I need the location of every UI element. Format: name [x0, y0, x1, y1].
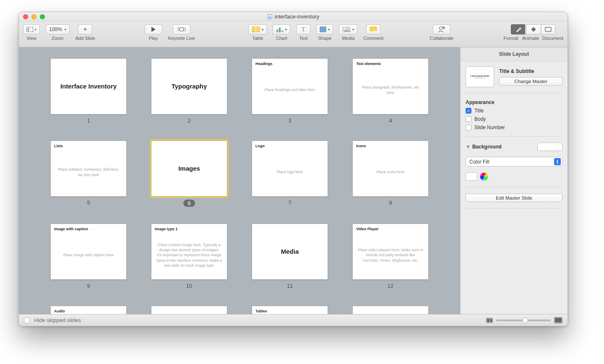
play-button[interactable]: [145, 24, 162, 34]
slide-number: 3: [288, 117, 291, 124]
slide-thumb[interactable]: Interface Inventory: [50, 58, 127, 114]
slide-number: 10: [186, 283, 192, 289]
keynote-live-button[interactable]: [173, 24, 190, 34]
inspector-panel: Slide Layout Lorem Ipsum Dolor sit amet …: [460, 47, 568, 314]
hide-skipped-label: Hide skipped slides: [34, 317, 81, 323]
title-checkbox[interactable]: ✓: [466, 108, 471, 114]
chart-button[interactable]: ▾: [273, 24, 290, 34]
chart-icon: [276, 26, 284, 32]
animate-tab[interactable]: [526, 24, 540, 34]
disclosure-icon[interactable]: ▼: [466, 144, 471, 150]
diamond-icon: [531, 26, 536, 32]
format-tab[interactable]: [511, 24, 525, 34]
slide-thumb[interactable]: Text elementsPlace paragraph, blockquote…: [352, 58, 429, 114]
zoom-large-icon[interactable]: [554, 317, 562, 323]
slide-thumb[interactable]: LogoPlace logo here: [252, 140, 328, 197]
fill-type-select[interactable]: Color Fill ▲▼: [466, 157, 562, 166]
svg-rect-12: [320, 26, 326, 32]
hide-skipped-checkbox[interactable]: [24, 317, 30, 323]
collaborate-icon: +: [438, 26, 445, 33]
slide-number: 8: [389, 200, 392, 206]
master-name: Title & Subtitle: [499, 68, 562, 74]
light-table-icon: [26, 27, 33, 32]
comment-icon: [370, 26, 377, 32]
brush-icon: [515, 26, 521, 32]
svg-rect-11: [281, 30, 283, 32]
slide-thumb[interactable]: Audio: [50, 306, 127, 314]
comment-button[interactable]: [366, 24, 380, 34]
master-preview[interactable]: Lorem Ipsum Dolor sit amet consectetur: [466, 66, 494, 87]
svg-rect-9: [276, 29, 278, 32]
svg-rect-10: [279, 28, 281, 32]
slide-number-checkbox[interactable]: [466, 125, 471, 130]
slide-grid-area[interactable]: Interface Inventory1Typography2HeadingsP…: [19, 47, 460, 314]
app-window: interface-inventory ▾ View 100%▾ Zoom + …: [18, 12, 568, 326]
media-button[interactable]: ▾: [339, 24, 357, 34]
inspector-title: Slide Layout: [461, 47, 568, 61]
background-swatch[interactable]: [537, 143, 562, 151]
slide-thumb[interactable]: Image type 1Place content image here. Ty…: [151, 224, 227, 280]
collaborate-button[interactable]: +: [433, 24, 450, 34]
zoom-small-icon[interactable]: [486, 318, 493, 323]
slide-number: 12: [388, 283, 393, 289]
media-icon: [342, 26, 351, 32]
slide-number: 5: [87, 200, 90, 206]
svg-point-17: [439, 27, 442, 30]
slide-number: 7: [288, 200, 291, 206]
slide-thumb[interactable]: Image with captionPlace image with capti…: [50, 224, 127, 280]
doc-icon: [267, 14, 272, 19]
color-wheel-button[interactable]: [480, 172, 488, 181]
slide-thumb[interactable]: Typography: [151, 58, 227, 114]
svg-rect-20: [519, 27, 521, 30]
document-tab[interactable]: [541, 24, 555, 34]
select-arrows-icon: ▲▼: [554, 158, 561, 165]
slide-thumb[interactable]: Tables: [252, 306, 328, 314]
svg-text:+: +: [443, 26, 444, 29]
svg-marker-3: [151, 27, 156, 32]
footer-bar: Hide skipped slides: [19, 314, 568, 326]
slide-number: 1: [87, 117, 90, 124]
play-icon: [151, 27, 156, 32]
add-slide-button[interactable]: +: [78, 24, 92, 34]
titlebar: interface-inventory: [19, 12, 568, 21]
svg-marker-16: [371, 31, 373, 32]
slide-thumb[interactable]: IconsPlace icons here: [352, 140, 429, 197]
slide-thumb[interactable]: Video PlayerPlace video players here. Ma…: [352, 224, 429, 280]
svg-rect-4: [180, 28, 184, 31]
slide-thumb[interactable]: ListsPlace bulleted, numbered, definitio…: [50, 140, 127, 197]
broadcast-icon: [178, 27, 185, 32]
body-checkbox[interactable]: [466, 116, 471, 122]
slide-thumb[interactable]: Images: [151, 140, 227, 197]
shape-button[interactable]: ▾: [316, 24, 333, 34]
text-button[interactable]: T: [296, 24, 310, 34]
svg-point-14: [344, 28, 346, 29]
slide-thumb[interactable]: [352, 306, 429, 314]
appearance-heading: Appearance: [466, 99, 562, 105]
svg-rect-21: [531, 27, 536, 31]
table-button[interactable]: ▾: [248, 24, 267, 34]
window-title: interface-inventory: [275, 13, 320, 20]
slide-thumb[interactable]: HeadingsPlace headings and titles here: [252, 58, 328, 114]
slide-thumb[interactable]: [151, 306, 227, 314]
svg-rect-15: [370, 26, 377, 31]
svg-rect-22: [545, 27, 551, 31]
slide-number: 4: [389, 117, 392, 124]
table-icon: [252, 26, 260, 32]
color-swatch[interactable]: [466, 172, 477, 181]
slide-number: 2: [187, 117, 190, 124]
zoom-button[interactable]: 100%▾: [46, 24, 70, 34]
text-icon: T: [302, 26, 305, 33]
document-icon: [545, 27, 552, 32]
shape-icon: [320, 26, 326, 32]
zoom-slider[interactable]: [496, 320, 551, 321]
slide-number: 11: [287, 283, 293, 289]
view-button[interactable]: ▾: [23, 24, 40, 34]
edit-master-button[interactable]: Edit Master Slide: [466, 194, 562, 202]
slide-number: 9: [87, 283, 90, 289]
change-master-button[interactable]: Change Master: [499, 77, 562, 86]
slide-number: 6: [183, 200, 195, 207]
slide-thumb[interactable]: Media: [252, 224, 328, 280]
toolbar: ▾ View 100%▾ Zoom + Add Slide Play Keyno…: [19, 21, 568, 47]
